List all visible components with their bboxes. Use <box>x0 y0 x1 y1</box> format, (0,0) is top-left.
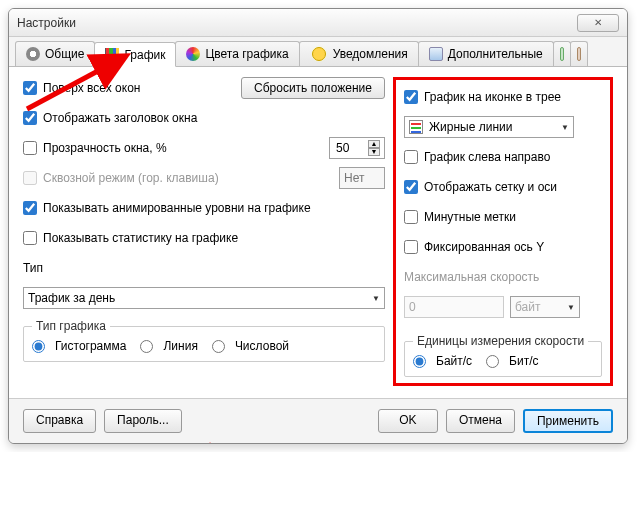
hotkey-display: Нет <box>339 167 385 189</box>
chevron-down-icon: ▼ <box>561 123 569 132</box>
chart-type-line[interactable]: Линия <box>140 339 197 353</box>
tab-colors[interactable]: Цвета графика <box>175 41 299 66</box>
speed-units-fieldset: Единицы измерения скорости Байт/с Бит/с <box>404 334 602 377</box>
tab-general[interactable]: Общие <box>15 41 95 66</box>
tab-notifications[interactable]: Уведомления <box>299 41 419 66</box>
db-icon <box>577 47 581 61</box>
ok-button[interactable]: OK <box>378 409 438 433</box>
palette-icon <box>186 47 200 61</box>
checkbox-label: График слева направо <box>424 150 550 164</box>
checkbox-label: Показывать статистику на графике <box>43 231 238 245</box>
checkbox-label: Фиксированная ось Y <box>424 240 544 254</box>
max-speed-unit-combo: байт ▼ <box>510 296 580 318</box>
reset-position-button[interactable]: Сбросить положение <box>241 77 385 99</box>
tab-label: Дополнительные <box>448 47 543 61</box>
tab-label: Цвета графика <box>205 47 288 61</box>
fieldset-legend: Единицы измерения скорости <box>413 334 588 348</box>
opacity-checkbox[interactable]: Прозрачность окна, % <box>23 141 167 155</box>
checkbox-label: Показывать анимированные уровни на графи… <box>43 201 311 215</box>
max-speed-label: Максимальная скорость <box>404 270 539 284</box>
tab-label: График <box>124 48 165 62</box>
cancel-button[interactable]: Отмена <box>446 409 515 433</box>
type-label: Тип <box>23 261 43 275</box>
tab-more-2[interactable] <box>570 41 588 66</box>
chart-type-fieldset: Тип графика Гистограмма Линия Числовой <box>23 319 385 362</box>
always-on-top-checkbox[interactable]: Поверх всех окон <box>23 81 140 95</box>
tab-label: Уведомления <box>333 47 408 61</box>
checkbox-label: Отображать заголовок окна <box>43 111 197 125</box>
fixed-y-checkbox[interactable]: Фиксированная ось Y <box>404 240 544 254</box>
dialog-footer: Справка Пароль... OK Отмена Применить <box>9 398 627 443</box>
window-title: Настройки <box>17 16 577 30</box>
type-combo[interactable]: Трафик за день ▼ <box>23 287 385 309</box>
combo-value: Жирные линии <box>429 120 512 134</box>
tab-body: Поверх всех окон Сбросить положение Отоб… <box>9 67 627 398</box>
max-speed-input <box>404 296 504 318</box>
show-grid-checkbox[interactable]: Отображать сетку и оси <box>404 180 557 194</box>
show-anim-checkbox[interactable]: Показывать анимированные уровни на графи… <box>23 201 311 215</box>
apply-button[interactable]: Применить <box>523 409 613 433</box>
checkbox-label: Прозрачность окна, % <box>43 141 167 155</box>
fieldset-legend: Тип графика <box>32 319 110 333</box>
line-style-icon <box>409 120 423 134</box>
help-button[interactable]: Справка <box>23 409 96 433</box>
tray-icon-graph-checkbox[interactable]: График на иконке в трее <box>404 90 561 104</box>
tab-graph[interactable]: График <box>94 42 176 67</box>
minute-marks-checkbox[interactable]: Минутные метки <box>404 210 516 224</box>
checkbox-label: График на иконке в трее <box>424 90 561 104</box>
bulb-icon <box>312 47 326 61</box>
unit-bits[interactable]: Бит/с <box>486 354 538 368</box>
left-column: Поверх всех окон Сбросить положение Отоб… <box>23 77 385 386</box>
settings-window: Настройки ✕ Общие График Цвета графика У… <box>8 8 628 444</box>
combo-value: байт <box>515 300 540 314</box>
line-style-combo[interactable]: Жирные линии ▼ <box>404 116 574 138</box>
close-button[interactable]: ✕ <box>577 14 619 32</box>
tab-more-1[interactable] <box>553 41 571 66</box>
unit-bytes[interactable]: Байт/с <box>413 354 472 368</box>
chevron-down-icon: ▼ <box>372 294 380 303</box>
chart-icon <box>105 48 119 62</box>
gear-icon <box>26 47 40 61</box>
chart-type-histogram[interactable]: Гистограмма <box>32 339 126 353</box>
opacity-value[interactable] <box>334 140 368 156</box>
sheet-icon <box>560 47 564 61</box>
right-column: График на иконке в трее Жирные линии ▼ Г… <box>393 77 613 386</box>
show-title-checkbox[interactable]: Отображать заголовок окна <box>23 111 197 125</box>
chevron-down-icon: ▼ <box>567 303 575 312</box>
checkbox-label: Поверх всех окон <box>43 81 140 95</box>
extra-icon <box>429 47 443 61</box>
titlebar: Настройки ✕ <box>9 9 627 37</box>
tab-extra[interactable]: Дополнительные <box>418 41 554 66</box>
chart-type-number[interactable]: Числовой <box>212 339 289 353</box>
show-stats-checkbox[interactable]: Показывать статистику на графике <box>23 231 238 245</box>
password-button[interactable]: Пароль... <box>104 409 182 433</box>
left-to-right-checkbox[interactable]: График слева направо <box>404 150 550 164</box>
combo-value: Трафик за день <box>28 291 115 305</box>
checkbox-label: Сквозной режим (гор. клавиша) <box>43 171 219 185</box>
tab-label: Общие <box>45 47 84 61</box>
tabstrip: Общие График Цвета графика Уведомления Д… <box>9 37 627 67</box>
passthrough-checkbox: Сквозной режим (гор. клавиша) <box>23 171 219 185</box>
opacity-spinner[interactable]: ▲▼ <box>329 137 385 159</box>
checkbox-label: Отображать сетку и оси <box>424 180 557 194</box>
checkbox-label: Минутные метки <box>424 210 516 224</box>
spinner-buttons[interactable]: ▲▼ <box>368 140 380 156</box>
